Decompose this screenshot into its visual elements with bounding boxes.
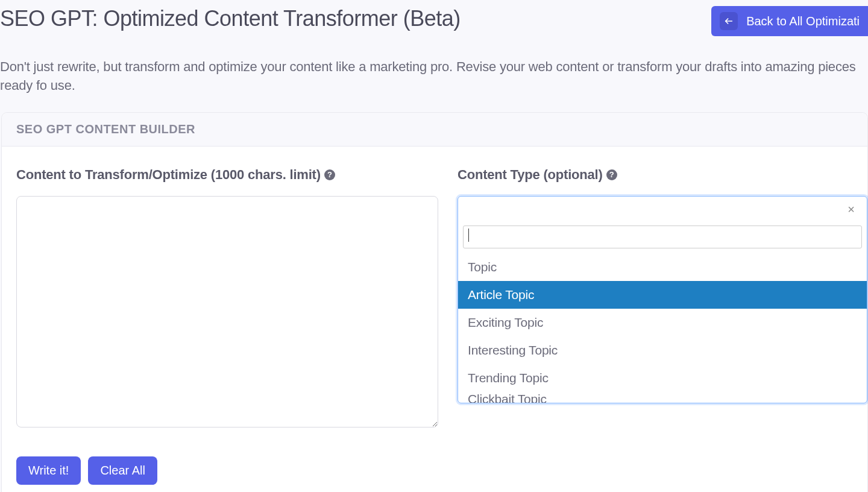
content-builder-card: SEO GPT CONTENT BUILDER Content to Trans… (1, 112, 868, 492)
content-type-select[interactable]: × TopicArticle TopicExciting TopicIntere… (458, 196, 867, 403)
card-header: SEO GPT CONTENT BUILDER (2, 113, 867, 147)
content-type-option[interactable]: Trending Topic (458, 364, 867, 392)
help-icon[interactable]: ? (606, 169, 617, 180)
clear-selection-icon[interactable]: × (848, 203, 855, 216)
clear-all-button[interactable]: Clear All (88, 456, 157, 485)
help-icon[interactable]: ? (324, 169, 335, 180)
content-type-option[interactable]: Article Topic (458, 281, 867, 309)
content-type-option[interactable]: Clickbait Topic (458, 392, 867, 403)
card-header-title: SEO GPT CONTENT BUILDER (16, 122, 853, 136)
content-type-search-input[interactable] (463, 226, 862, 248)
content-type-options-list: TopicArticle TopicExciting TopicInterest… (458, 253, 867, 403)
content-type-option[interactable]: Exciting Topic (458, 309, 867, 336)
content-type-option[interactable]: Topic (458, 253, 867, 281)
page-title: SEO GPT: Optimized Content Transformer (… (0, 6, 461, 31)
content-input-label: Content to Transform/Optimize (1000 char… (16, 167, 438, 183)
content-input-label-text: Content to Transform/Optimize (1000 char… (16, 167, 321, 183)
back-to-optimizations-button[interactable]: Back to All Optimizati (711, 6, 868, 36)
content-type-option[interactable]: Interesting Topic (458, 336, 867, 364)
write-it-button[interactable]: Write it! (16, 456, 81, 485)
page-description: Don't just rewrite, but transform and op… (0, 58, 868, 95)
back-button-label: Back to All Optimizati (746, 14, 860, 28)
content-type-label-text: Content Type (optional) (458, 167, 603, 183)
content-input[interactable] (16, 196, 438, 427)
content-type-label: Content Type (optional) ? (458, 167, 867, 183)
arrow-left-icon (720, 12, 738, 30)
